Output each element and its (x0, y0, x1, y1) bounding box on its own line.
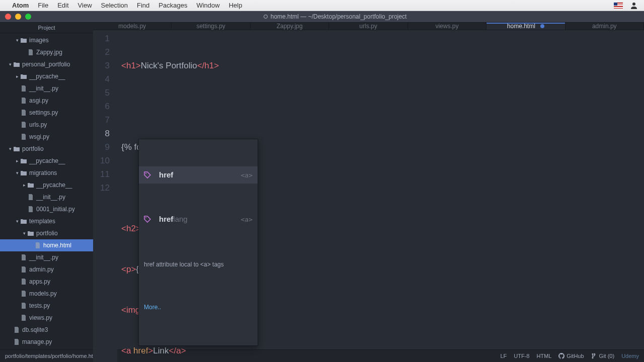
code-content[interactable]: <h1>Nick's Portfolio</h1> {% for project… (117, 30, 644, 362)
tree-file[interactable]: admin.py (0, 263, 93, 276)
file-icon (13, 338, 20, 345)
tree-file[interactable]: manage.py (0, 336, 93, 348)
tree-item-label: 0001_initial.py (36, 206, 75, 213)
tree-file[interactable]: home.html (0, 239, 93, 251)
input-source-flag-icon[interactable] (614, 3, 623, 9)
line-number: 4 (105, 74, 110, 84)
tree-item-label: __init__.py (29, 254, 58, 261)
tab-label: views.py (435, 23, 458, 30)
tree-file[interactable]: models.py (0, 288, 93, 300)
tree-item-label: views.py (29, 314, 52, 321)
chevron-icon[interactable]: ▾ (7, 62, 13, 67)
folder-icon (13, 145, 20, 152)
file-icon (27, 206, 34, 213)
project-sidebar[interactable]: Project ▾imagesZappy.jpg▾personal_portfo… (0, 23, 93, 349)
chevron-icon[interactable]: ▾ (14, 170, 20, 175)
line-number: 8 (105, 129, 110, 138)
tree-file[interactable]: Zappy.jpg (0, 46, 93, 58)
editor-tab[interactable]: views.py (408, 23, 487, 30)
tree-item-label: __pycache__ (36, 182, 72, 189)
file-icon (20, 85, 27, 92)
menu-packages[interactable]: Packages (158, 2, 187, 9)
menu-file[interactable]: File (38, 2, 48, 9)
tree-folder[interactable]: ▸__pycache__ (0, 155, 93, 167)
autocomplete-more-link[interactable]: More.. (139, 301, 258, 318)
macos-menubar: Atom File Edit View Selection Find Packa… (0, 0, 644, 11)
menu-help[interactable]: Help (229, 2, 243, 9)
zoom-window-button[interactable] (25, 14, 31, 20)
line-number: 2 (105, 47, 110, 57)
editor-tab[interactable]: admin.py (566, 23, 644, 30)
autocomplete-item[interactable]: hreflang <a> (139, 211, 258, 228)
tree-item-label: templates (29, 218, 55, 225)
line-number: 10 (100, 156, 110, 165)
editor-tab[interactable]: urls.py (329, 23, 408, 30)
file-icon (20, 121, 27, 128)
menu-selection[interactable]: Selection (101, 2, 128, 9)
tree-folder[interactable]: ▾portfolio (0, 143, 93, 155)
tree-file[interactable]: __init__.py (0, 82, 93, 95)
tree-file[interactable]: __init__.py (0, 191, 93, 203)
line-number: 12 (100, 183, 110, 193)
tree-folder[interactable]: ▾personal_portfolio (0, 58, 93, 70)
tree-item-label: models.py (29, 290, 57, 297)
menu-find[interactable]: Find (137, 2, 149, 9)
status-file-path[interactable]: portfolio/templates/portfolio/home.html* (5, 353, 101, 359)
code-editor[interactable]: 123456789101112 <h1>Nick's Portfolio</h1… (93, 30, 644, 362)
folder-icon (20, 157, 27, 164)
tree-item-label: images (29, 37, 49, 44)
line-number: 3 (105, 61, 110, 70)
chevron-icon[interactable]: ▸ (14, 74, 20, 79)
chevron-icon[interactable]: ▾ (14, 38, 20, 43)
line-number: 11 (100, 169, 110, 179)
chevron-icon[interactable]: ▸ (14, 158, 20, 163)
app-menu[interactable]: Atom (12, 2, 29, 9)
tree-folder[interactable]: ▸__pycache__ (0, 179, 93, 191)
tree-file[interactable]: __init__.py (0, 251, 93, 263)
menu-view[interactable]: View (78, 2, 92, 9)
tree-file[interactable]: apps.py (0, 276, 93, 288)
tree-folder[interactable]: ▾templates (0, 215, 93, 227)
minimize-window-button[interactable] (15, 14, 21, 20)
file-icon (20, 314, 27, 321)
autocomplete-popup[interactable]: href <a> hreflang <a> href attribute loc… (138, 139, 258, 346)
tree-file[interactable]: asgi.py (0, 95, 93, 107)
chevron-icon[interactable]: ▾ (21, 231, 27, 236)
tree-file[interactable]: wsgi.py (0, 131, 93, 143)
editor-tab[interactable]: home.html (487, 23, 565, 30)
tree-file[interactable]: 0001_initial.py (0, 203, 93, 215)
line-number: 1 (105, 34, 110, 43)
tree-file[interactable]: views.py (0, 312, 93, 324)
tree-file[interactable]: urls.py (0, 119, 93, 131)
chevron-icon[interactable]: ▸ (21, 183, 27, 188)
close-window-button[interactable] (5, 14, 11, 20)
tree-folder[interactable]: ▾portfolio (0, 227, 93, 239)
editor-tabs: models.pysettings.pyZappy.jpgurls.pyview… (93, 23, 644, 30)
menu-window[interactable]: Window (196, 2, 219, 9)
tag-icon (144, 171, 154, 178)
tree-folder[interactable]: ▾migrations (0, 167, 93, 179)
chevron-icon[interactable]: ▾ (14, 219, 20, 224)
tree-item-label: __init__.py (29, 85, 58, 92)
menu-edit[interactable]: Edit (57, 2, 68, 9)
tab-label: admin.py (592, 23, 617, 30)
tree-folder[interactable]: ▸__pycache__ (0, 70, 93, 82)
editor-tab[interactable]: models.py (93, 23, 172, 30)
folder-icon (27, 182, 34, 189)
user-icon[interactable] (630, 2, 638, 10)
tab-label: models.py (118, 23, 146, 30)
editor-tab[interactable]: Zappy.jpg (251, 23, 329, 30)
file-icon (20, 109, 27, 116)
tree-folder[interactable]: ▾images (0, 34, 93, 46)
tree-item-label: urls.py (29, 121, 47, 128)
line-number: 5 (105, 88, 110, 98)
tree-file[interactable]: settings.py (0, 107, 93, 119)
tree-file[interactable]: tests.py (0, 300, 93, 312)
tree-item-label: __init__.py (36, 194, 65, 201)
autocomplete-item[interactable]: href <a> (139, 166, 258, 184)
tree-file[interactable]: db.sqlite3 (0, 324, 93, 336)
chevron-icon[interactable]: ▾ (7, 146, 13, 151)
tree-item-label: manage.py (22, 338, 52, 345)
editor-tab[interactable]: settings.py (172, 23, 250, 30)
line-number: 7 (105, 115, 110, 125)
